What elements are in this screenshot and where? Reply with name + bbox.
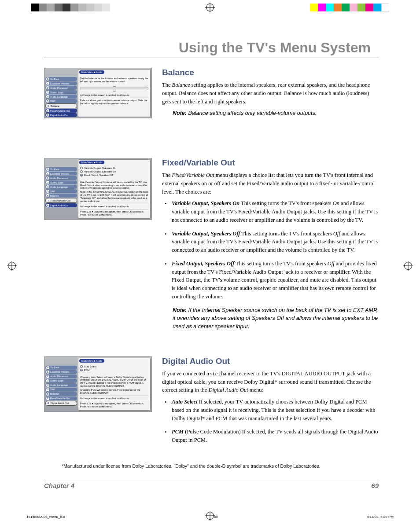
menu-item[interactable]: 1Equalizer Presets xyxy=(45,81,77,85)
menu-item[interactable]: 1Equalizer Presets xyxy=(45,172,77,176)
radio-icon xyxy=(80,170,83,173)
menu-item[interactable]: 2Audio Processor xyxy=(45,374,77,378)
body-paragraph: If you've connected a six-channel receiv… xyxy=(162,370,379,394)
meta-timestamp: 9/18/03, 5:29 PM xyxy=(367,515,394,519)
radio-icon xyxy=(80,365,83,368)
registration-mark-icon xyxy=(206,4,214,11)
menu-item[interactable]: 0Go Back xyxy=(45,167,77,171)
radio-option[interactable]: Fixed Output, Speakers Off xyxy=(80,174,148,177)
menu-item[interactable]: 0Go Back xyxy=(45,366,77,370)
panel-help-text: A change in this screen is applied to al… xyxy=(80,205,148,208)
panel-help-text: A change in this screen is applied to al… xyxy=(80,94,148,97)
panel-help-text: Choosing PCM will always send a PCM sign… xyxy=(80,389,148,395)
panel-help-text: Note: If the INTERNAL SPEAKER SOURCE swi… xyxy=(80,191,148,203)
menu-item[interactable]: 7Fixed/Variable Out xyxy=(45,198,77,203)
footer-page: 69 xyxy=(371,482,379,489)
menu-item[interactable]: 7Fixed/Variable Out xyxy=(45,109,77,113)
section-heading-digital: Digital Audio Out xyxy=(162,356,379,366)
registration-mark-icon xyxy=(404,262,412,270)
radio-label: Fixed Output, Speakers Off xyxy=(84,174,114,177)
menu-item[interactable]: 3Sound Logic xyxy=(45,379,77,383)
list-item: Variable Output, Speakers On This settin… xyxy=(162,199,379,224)
footer-chapter: Chapter 4 xyxy=(44,482,74,489)
menu-item[interactable]: 7Fixed/Variable Out xyxy=(45,396,77,400)
registration-mark-icon xyxy=(8,262,16,270)
menu-item[interactable]: 4Audio Language xyxy=(45,95,77,99)
panel-help-text: Set the balance for the internal and ext… xyxy=(80,77,148,83)
meta-sheet: 69 xyxy=(214,515,218,519)
panel-help-text: Press ▴ or ▾ to point to an option, then… xyxy=(80,210,148,216)
panel-help-text: Press ▴ or ▾ to point to an option, then… xyxy=(80,402,148,408)
panel-help-text: A change in this screen is applied to al… xyxy=(80,397,148,400)
radio-label: Variable Output, Speakers Off xyxy=(84,170,116,173)
radio-icon xyxy=(80,174,83,176)
note: Note: If the Internal Speaker source swi… xyxy=(173,306,379,331)
note: Note: Balance setting affects only varia… xyxy=(173,109,379,117)
radio-icon xyxy=(80,167,83,169)
list-item: Variable Output, Speakers Off This setti… xyxy=(162,230,379,254)
color-bar-left xyxy=(31,4,110,11)
panel-help-text: Choosing Auto Select will send a Dolby D… xyxy=(80,376,148,388)
panel-help-text: Use Variable Output if volume will be co… xyxy=(80,181,148,190)
menu-item[interactable]: 0Go Back xyxy=(45,77,77,81)
color-bar-right xyxy=(310,4,389,11)
menu-item[interactable]: 6Balance xyxy=(45,103,77,108)
list-item: PCM (Pulse Code Modulation) If selected,… xyxy=(162,428,379,444)
breadcrumb: Main Menu ▸ Audio xyxy=(79,70,104,74)
radio-option[interactable]: Variable Output, Speakers Off xyxy=(80,170,148,173)
radio-option[interactable]: Variable Output, Speakers On xyxy=(80,167,148,170)
radio-label: PCM xyxy=(84,369,89,372)
menu-screenshot-digital: 0Go Back1Equalizer Presets2Audio Process… xyxy=(44,356,152,412)
menu-screenshot-fixedvar: 0Go Back1Equalizer Presets2Audio Process… xyxy=(44,158,152,220)
menu-item[interactable]: 8Digital Audio Out xyxy=(45,113,77,117)
breadcrumb: Main Menu ▸ Audio xyxy=(79,161,104,164)
radio-label: Variable Output, Speakers On xyxy=(84,167,116,170)
menu-item[interactable]: 2Audio Processor xyxy=(45,176,77,180)
menu-item[interactable]: 2Audio Processor xyxy=(45,86,77,90)
footnote: *Manufactured under license from Dolby L… xyxy=(62,463,321,469)
panel-help-text: Balance allows you to adjust speaker bal… xyxy=(80,99,148,105)
menu-item[interactable]: 5SAP xyxy=(45,388,77,392)
radio-option[interactable]: PCM xyxy=(80,369,148,372)
menu-item[interactable]: 6Balance xyxy=(45,194,77,198)
section-heading-fixedvar: Fixed/Variable Out xyxy=(162,158,379,168)
menu-item[interactable]: 6Balance xyxy=(45,392,77,396)
page-title: Using the TV's Menu System xyxy=(44,22,379,58)
breadcrumb: Main Menu ▸ Audio xyxy=(79,359,104,363)
balance-slider[interactable] xyxy=(80,87,148,90)
menu-item[interactable]: 1Equalizer Presets xyxy=(45,370,77,374)
menu-item[interactable]: 8Digital Audio Out xyxy=(45,203,77,207)
menu-item[interactable]: 8Digital Audio Out xyxy=(45,401,77,406)
menu-item[interactable]: 3Sound Logic xyxy=(45,90,77,94)
radio-icon xyxy=(80,369,83,371)
menu-item[interactable]: 4Audio Language xyxy=(45,383,77,387)
list-item: Auto Select If selected, your TV automat… xyxy=(162,398,379,422)
section-heading-balance: Balance xyxy=(162,68,379,77)
menu-item[interactable]: 5SAP xyxy=(45,189,77,193)
meta-filename: 1614682A.06_menu_8.8 xyxy=(26,515,65,519)
menu-item[interactable]: 5SAP xyxy=(45,99,77,103)
menu-item[interactable]: 4Audio Language xyxy=(45,185,77,189)
list-item: Fixed Output, Speakers Off This setting … xyxy=(162,260,379,301)
radio-label: Auto Select xyxy=(84,365,96,368)
body-paragraph: The Balance setting applies to the inter… xyxy=(162,81,379,106)
menu-screenshot-balance: 0Go Back1Equalizer Presets2Audio Process… xyxy=(44,68,152,118)
radio-option[interactable]: Auto Select xyxy=(80,365,148,368)
body-paragraph: The Fixed/Variable Out menu displays a c… xyxy=(162,171,379,196)
menu-item[interactable]: 3Sound Logic xyxy=(45,180,77,184)
